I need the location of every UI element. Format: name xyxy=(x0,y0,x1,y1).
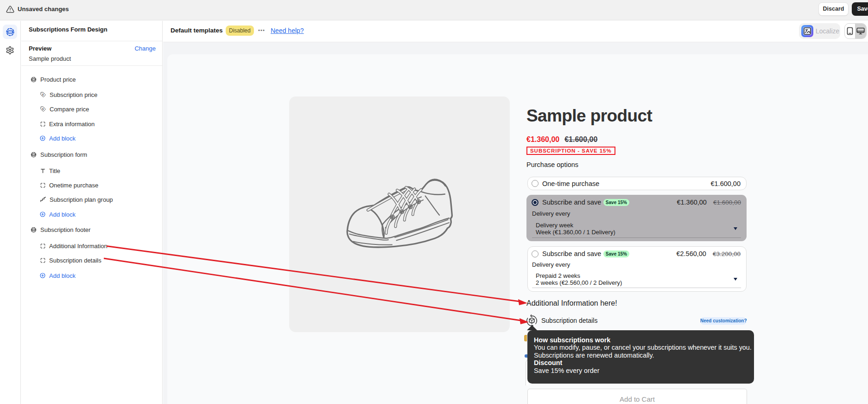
svg-text:$: $ xyxy=(42,108,44,110)
svg-text:$: $ xyxy=(42,93,44,96)
